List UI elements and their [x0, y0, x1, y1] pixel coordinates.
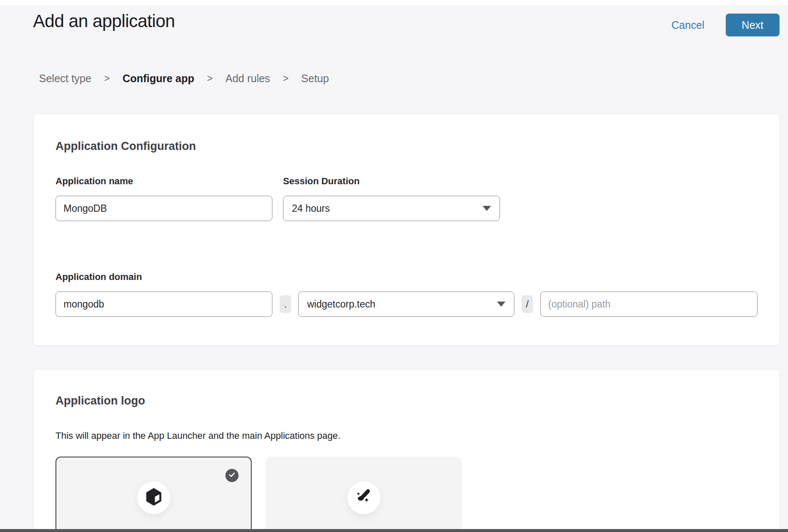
dot-separator: .: [280, 295, 291, 313]
configuration-heading: Application Configuration: [55, 139, 757, 153]
path-input[interactable]: [540, 291, 757, 317]
header-actions: Cancel Next: [671, 14, 780, 36]
logo-description: This will appear in the App Launcher and…: [55, 430, 757, 441]
breadcrumb-step-configure-app[interactable]: Configure app: [122, 72, 194, 85]
slash-separator: /: [522, 295, 533, 313]
next-button[interactable]: Next: [726, 14, 780, 36]
application-name-input[interactable]: [55, 196, 272, 221]
check-icon: [228, 471, 236, 480]
application-domain-label: Application domain: [55, 272, 757, 283]
logo-options: Default Custom: [55, 457, 757, 529]
custom-logo-circle: [347, 481, 380, 514]
session-duration-label: Session Duration: [283, 176, 500, 187]
default-logo-circle: [137, 481, 170, 514]
logo-heading: Application logo: [55, 394, 757, 407]
application-domain-field: Application domain . widgetcorp.tech /: [55, 272, 757, 317]
domain-select[interactable]: widgetcorp.tech: [298, 291, 514, 317]
breadcrumb: Select type > Configure app > Add rules …: [39, 72, 788, 85]
page-header: Add an application Cancel Next: [0, 5, 788, 36]
session-duration-select[interactable]: 24 hours: [283, 196, 500, 221]
breadcrumb-separator: >: [207, 73, 213, 84]
name-duration-row: Application name Session Duration 24 hou…: [55, 176, 757, 221]
cancel-button[interactable]: Cancel: [671, 19, 705, 31]
application-configuration-card: Application Configuration Application na…: [33, 114, 780, 346]
domain-value: widgetcorp.tech: [307, 299, 375, 310]
application-domain-row: . widgetcorp.tech /: [55, 291, 757, 317]
chevron-down-icon: [483, 206, 491, 211]
breadcrumb-separator: >: [104, 73, 110, 84]
chevron-down-icon: [497, 302, 505, 307]
application-name-label: Application name: [55, 176, 272, 187]
paintbrush-icon: [354, 487, 374, 508]
cube-icon: [144, 487, 164, 508]
session-duration-field: Session Duration 24 hours: [283, 176, 500, 221]
session-duration-value: 24 hours: [292, 203, 330, 214]
selected-badge: [225, 469, 239, 482]
breadcrumb-step-add-rules[interactable]: Add rules: [225, 72, 270, 85]
breadcrumb-step-select-type[interactable]: Select type: [39, 72, 92, 85]
subdomain-input[interactable]: [55, 291, 272, 317]
breadcrumb-step-setup[interactable]: Setup: [301, 72, 329, 85]
application-name-field: Application name: [55, 176, 272, 221]
page-title: Add an application: [33, 11, 175, 31]
window-top-edge: [0, 0, 788, 5]
logo-option-default[interactable]: Default: [55, 457, 252, 529]
window-bottom-bar: [0, 529, 788, 532]
application-logo-card: Application logo This will appear in the…: [33, 369, 780, 529]
breadcrumb-separator: >: [283, 73, 289, 84]
logo-option-custom[interactable]: Custom: [266, 457, 462, 529]
add-application-page: Add an application Cancel Next Select ty…: [0, 5, 788, 529]
